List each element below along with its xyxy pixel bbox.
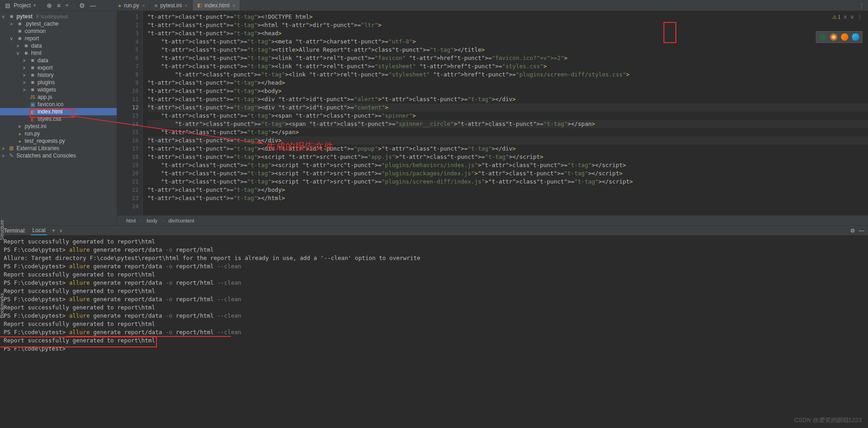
terminal-output[interactable]: Report successfully generated to report\… bbox=[0, 236, 868, 355]
editor: ⚠ 1 ∧ ∨ ⋮ 123456789101112131415161718192… bbox=[117, 11, 868, 225]
tree-item-external-libraries[interactable]: >⊞External Libraries bbox=[0, 145, 117, 152]
annotation-text: 生成的报告文件 bbox=[266, 140, 334, 153]
img-icon: ▣ bbox=[29, 101, 36, 108]
js-icon: JS bbox=[29, 95, 36, 100]
ini-icon: ≡ bbox=[16, 124, 23, 129]
folder-icon: ■ bbox=[16, 21, 23, 27]
crumb-div[interactable]: div#content bbox=[168, 218, 194, 223]
ini-icon: ≡ bbox=[155, 3, 157, 8]
tree-item-scratches-and-consoles[interactable]: >✎Scratches and Consoles bbox=[0, 152, 117, 159]
tree-item-run-py[interactable]: ●run.py bbox=[0, 130, 117, 137]
tree-item-test_requests-py[interactable]: ●test_requests.py bbox=[0, 137, 117, 145]
terminal-line: Report successfully generated to report\… bbox=[4, 320, 864, 328]
tree-item-plugins[interactable]: >■plugins bbox=[0, 79, 117, 86]
tree-item-app-js[interactable]: JSapp.js bbox=[0, 93, 117, 101]
terminal-line: PS F:\code\pytest> bbox=[4, 345, 864, 353]
project-tree: v ■ pytest F:\code\pytest >■.pytest_cach… bbox=[0, 11, 117, 225]
bookmarks-panel-label[interactable]: Bookmarks bbox=[0, 293, 5, 318]
terminal-line: Report successfully generated to report\… bbox=[4, 238, 864, 246]
tree-item-widgets[interactable]: >■widgets bbox=[0, 86, 117, 93]
minimize-icon[interactable]: — bbox=[859, 228, 864, 234]
tree-item-pytest-ini[interactable]: ≡pytest.ini bbox=[0, 123, 117, 130]
terminal-dropdown[interactable]: ∨ bbox=[59, 228, 63, 233]
project-icon: ▤ bbox=[4, 2, 11, 9]
folder-icon: ■ bbox=[29, 72, 36, 78]
target-icon[interactable]: ⊕ bbox=[47, 2, 52, 9]
folder-icon: ■ bbox=[8, 13, 15, 20]
tree-item-export[interactable]: >■export bbox=[0, 64, 117, 71]
top-bar: ▤ Project ▼ ⊕ ≡ ÷ | ⚙ — ● run.py × ≡ pyt… bbox=[0, 0, 868, 11]
close-icon[interactable]: × bbox=[232, 3, 235, 8]
folder-icon: ■ bbox=[29, 87, 36, 93]
tree-item-data[interactable]: >■data bbox=[0, 42, 117, 49]
tree-item-index-html[interactable]: ◧index.html bbox=[0, 108, 117, 115]
expand-icon[interactable]: ≡ bbox=[57, 2, 60, 9]
terminal-line: Report successfully generated to report\… bbox=[4, 287, 864, 295]
code-area[interactable]: "t-attr">class"t-punct">="t-tag"><!DOCTY… bbox=[143, 11, 868, 215]
add-terminal[interactable]: + bbox=[52, 228, 55, 234]
close-icon[interactable]: × bbox=[185, 3, 188, 8]
tree-item-data[interactable]: >■data bbox=[0, 57, 117, 64]
tree-root[interactable]: v ■ pytest F:\code\pytest bbox=[0, 13, 117, 20]
terminal-line: PS F:\code\pytest> allure generate repor… bbox=[4, 312, 864, 320]
structure-panel-label[interactable]: Structure bbox=[0, 220, 5, 240]
terminal-line: PS F:\code\pytest> allure generate repor… bbox=[4, 262, 864, 271]
tree-item-report[interactable]: v■report bbox=[0, 35, 117, 42]
terminal-tab-local[interactable]: Local bbox=[31, 226, 48, 235]
folder-icon: ■ bbox=[29, 79, 36, 86]
terminal-line: Report successfully generated to report\… bbox=[4, 336, 864, 345]
folder-icon: ■ bbox=[23, 50, 29, 56]
breadcrumb: html › body › div#content bbox=[117, 215, 868, 225]
gear-icon[interactable]: ⚙ bbox=[79, 2, 85, 9]
tab-pytest-ini[interactable]: ≡ pytest.ini × bbox=[150, 0, 193, 11]
tree-item--pytest_cache[interactable]: >■.pytest_cache bbox=[0, 20, 117, 27]
html-icon: ◧ bbox=[29, 109, 36, 114]
crumb-body[interactable]: body bbox=[146, 218, 157, 223]
tree-item-history[interactable]: >■history bbox=[0, 71, 117, 79]
terminal-line: PS F:\code\pytest> allure generate repor… bbox=[4, 295, 864, 303]
html-icon: ◧ bbox=[197, 2, 202, 8]
terminal-line: Allure: Target directory F:\code\pytest\… bbox=[4, 254, 864, 262]
terminal-panel: Terminal: Local + ∨ ⚙ — Report successfu… bbox=[0, 225, 868, 355]
tree-item-html[interactable]: v■html bbox=[0, 49, 117, 57]
tree-item-favicon-ico[interactable]: ▣favicon.ico bbox=[0, 101, 117, 108]
python-icon: ● bbox=[118, 3, 121, 8]
tree-item-common[interactable]: ■common bbox=[0, 27, 117, 35]
tab-run-py[interactable]: ● run.py × bbox=[113, 0, 150, 11]
crumb-html[interactable]: html bbox=[126, 218, 136, 223]
folder-icon: ■ bbox=[23, 43, 29, 49]
editor-tabs: ● run.py × ≡ pytest.ini × ◧ index.html × bbox=[113, 0, 240, 11]
terminal-line: Report successfully generated to report\… bbox=[4, 303, 864, 312]
terminal-line: PS F:\code\pytest> allure generate repor… bbox=[4, 246, 864, 254]
more-icon[interactable]: ⋮ bbox=[859, 2, 864, 9]
terminal-line: PS F:\code\pytest> allure generate repor… bbox=[4, 328, 864, 336]
folder-icon: ■ bbox=[16, 35, 23, 42]
close-icon[interactable]: × bbox=[142, 3, 145, 8]
tab-index-html[interactable]: ◧ index.html × bbox=[193, 0, 240, 11]
py-icon: ● bbox=[16, 131, 23, 136]
minimize-icon[interactable]: — bbox=[90, 2, 96, 9]
folder-icon: ■ bbox=[16, 28, 23, 34]
project-dropdown[interactable]: Project ▼ bbox=[14, 2, 37, 9]
folder-icon: ■ bbox=[29, 57, 36, 64]
gear-icon[interactable]: ⚙ bbox=[850, 228, 855, 234]
terminal-line: Report successfully generated to report\… bbox=[4, 271, 864, 279]
chevron-down-icon: ▼ bbox=[32, 3, 37, 8]
folder-icon: ■ bbox=[29, 65, 36, 71]
terminal-label: Terminal: bbox=[4, 228, 26, 234]
collapse-icon[interactable]: ÷ bbox=[65, 2, 69, 9]
tree-item-styles-css[interactable]: ◧styles.css bbox=[0, 115, 117, 123]
gutter[interactable]: 123456789101112131415161718192021222324 bbox=[117, 11, 143, 215]
watermark: CSDN @爱笑的眼睛1223 bbox=[794, 416, 862, 424]
css-icon: ◧ bbox=[29, 117, 36, 122]
py-icon: ● bbox=[16, 139, 23, 144]
terminal-line: PS F:\code\pytest> allure generate repor… bbox=[4, 279, 864, 287]
